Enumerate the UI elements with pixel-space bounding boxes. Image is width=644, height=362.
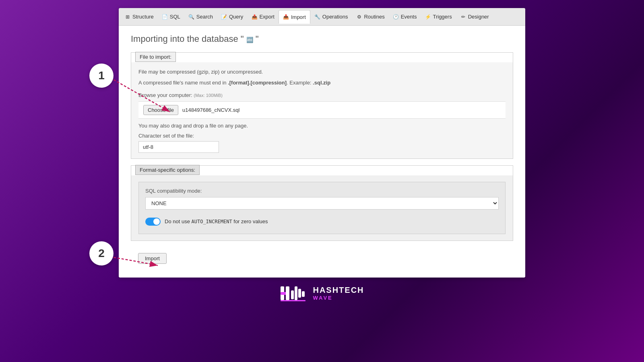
document-icon: 📄: [162, 14, 168, 20]
wrench-icon: 🔧: [314, 14, 321, 20]
compress-info-1: File may be compressed (gzip, zip) or un…: [138, 68, 506, 76]
tab-events[interactable]: 🕐 Events: [389, 10, 421, 23]
format-body: SQL compatibility mode: NONE Do not use …: [131, 175, 513, 241]
tabs-bar: ⊞ Structure 📄 SQL 🔍 Search 📝 Query 📤 Exp…: [119, 8, 525, 26]
annotation-1: 1: [89, 64, 114, 88]
tab-export[interactable]: 📤 Export: [247, 10, 279, 23]
svg-rect-6: [295, 286, 297, 300]
example-bold: .sql.zip: [313, 80, 330, 86]
logo-icon: [280, 283, 308, 303]
db-name-icon: 🔤: [246, 37, 253, 43]
annotation-2: 2: [89, 241, 114, 265]
content-area: Importing into the database " 🔤 " File t…: [119, 26, 525, 278]
query-icon: 📝: [221, 14, 227, 20]
auto-increment-toggle[interactable]: [145, 218, 161, 226]
triggers-icon: ⚡: [425, 14, 431, 20]
charset-value: utf-8: [138, 141, 219, 153]
format-section-header: Format-specific options:: [135, 165, 200, 175]
tab-operations[interactable]: 🔧 Operations: [310, 10, 352, 23]
file-import-body: File may be compressed (gzip, zip) or un…: [131, 62, 513, 158]
file-import-section: File to import: File may be compressed (…: [131, 52, 513, 159]
tab-routines[interactable]: ⚙ Routines: [352, 10, 388, 23]
file-input-row: Choose file u148497686_cNCVX.sql: [138, 101, 506, 119]
svg-rect-4: [286, 286, 289, 300]
grid-icon: ⊞: [124, 14, 131, 20]
main-panel: ⊞ Structure 📄 SQL 🔍 Search 📝 Query 📤 Exp…: [119, 8, 525, 278]
compress-info-2: A compressed file's name must end in .[f…: [138, 79, 506, 87]
tab-structure[interactable]: ⊞ Structure: [120, 10, 158, 23]
file-name-display: u148497686_cNCVX.sql: [182, 107, 239, 113]
svg-rect-7: [298, 289, 301, 298]
choose-file-button[interactable]: Choose file: [143, 105, 178, 115]
tab-query[interactable]: 📝 Query: [217, 10, 247, 23]
tab-sql[interactable]: 📄 SQL: [158, 10, 184, 23]
brand-name: HASHTECH: [313, 286, 364, 295]
tab-import[interactable]: 📥 Import: [279, 10, 310, 24]
footer: HASHTECH WAVE: [280, 283, 364, 303]
compat-label: SQL compatibility mode:: [145, 188, 499, 194]
browse-label: Browse your computer: (Max: 100MiB): [138, 92, 506, 98]
search-icon: 🔍: [188, 14, 195, 20]
logo-svg: [280, 283, 308, 303]
svg-rect-5: [291, 290, 294, 299]
designer-icon: ✏: [460, 14, 466, 20]
toggle-label: Do not use AUTO_INCREMENT for zero value…: [165, 218, 268, 224]
tab-triggers[interactable]: ⚡ Triggers: [421, 10, 456, 23]
file-import-section-header: File to import:: [135, 52, 176, 62]
events-icon: 🕐: [393, 14, 399, 20]
svg-rect-8: [302, 291, 305, 297]
compat-select[interactable]: NONE: [145, 197, 499, 210]
format-inner: SQL compatibility mode: NONE Do not use …: [138, 182, 506, 234]
export-icon: 📤: [251, 14, 258, 20]
page-title: Importing into the database " 🔤 ": [131, 34, 513, 44]
format-bold: .[format].[compression]: [228, 80, 287, 86]
import-button[interactable]: Import: [138, 253, 167, 264]
logo-text-group: HASHTECH WAVE: [313, 286, 364, 301]
format-options-section: Format-specific options: SQL compatibili…: [131, 165, 513, 241]
drag-drop-hint: You may also drag and drop a file on any…: [138, 123, 506, 129]
tab-designer[interactable]: ✏ Designer: [456, 10, 493, 23]
toggle-row: Do not use AUTO_INCREMENT for zero value…: [145, 215, 499, 228]
charset-label: Character set of the file:: [138, 133, 506, 139]
svg-rect-9: [281, 300, 305, 301]
import-btn-area: Import: [131, 247, 513, 269]
routines-icon: ⚙: [356, 14, 362, 20]
wave-label: WAVE: [313, 295, 364, 301]
tab-search[interactable]: 🔍 Search: [184, 10, 217, 23]
import-icon: 📥: [283, 14, 289, 20]
